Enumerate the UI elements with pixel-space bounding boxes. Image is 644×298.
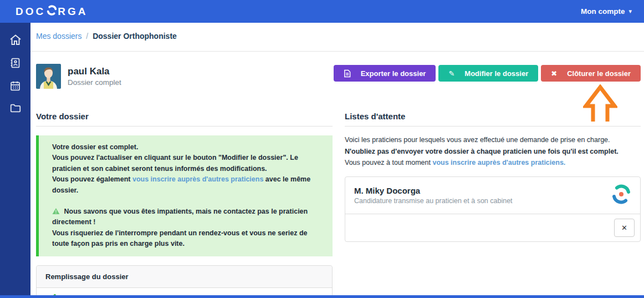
inscription-link[interactable]: vous inscrire auprès d'autres praticiens: [132, 175, 263, 183]
patient-name: paul Kala: [68, 66, 121, 77]
dossier-actions: Exporter le dossier ✎ Modifier le dossie…: [334, 65, 641, 82]
intro-line-3: Vous pouvez à tout moment vous inscrire …: [345, 157, 641, 169]
pencil-icon: ✎: [448, 69, 454, 78]
export-dossier-button[interactable]: Exporter le dossier: [334, 65, 436, 82]
breadcrumb-current: Dossier Orthophoniste: [93, 32, 177, 41]
bottom-accent-strip: [0, 295, 644, 298]
sidebar-item-contacts[interactable]: [7, 57, 24, 71]
sidebar-item-calendar[interactable]: [7, 79, 24, 94]
remplissage-panel: Remplissage du dossier Prescription: [36, 265, 333, 295]
alert-line-2: Vous pouvez l'actualiser en cliquant sur…: [52, 153, 323, 174]
sidebar-item-home[interactable]: [7, 34, 24, 48]
warning-triangle-icon: [52, 208, 64, 215]
warning-text-1: Nous savons que vous êtes impatients, ma…: [52, 208, 308, 226]
docorga-logo[interactable]: DOC RGA: [16, 5, 88, 18]
waiting-list-card: M. Miky Docorga Candidature transmise au…: [345, 176, 641, 242]
calendar-icon: [9, 80, 21, 94]
sidebar: [0, 23, 30, 295]
modify-button-label: Modifier le dossier: [464, 69, 528, 78]
listes-attente-section: Listes d'attente Voici les praticiens po…: [345, 112, 641, 242]
practitioner-status: Candidature transmise au praticien et à …: [354, 197, 513, 205]
annotation-arrow-up-icon: [583, 84, 617, 125]
export-button-label: Exporter le dossier: [361, 69, 426, 78]
listes-attente-intro: Voici les praticiens pour lesquels vous …: [345, 134, 641, 169]
header-divider: [30, 51, 644, 52]
close-x-icon: ✖: [551, 69, 557, 78]
main-content: Mes dossiers / Dossier Orthophoniste: [30, 23, 644, 295]
home-icon: [9, 33, 22, 49]
breadcrumb: Mes dossiers / Dossier Orthophoniste: [36, 31, 641, 41]
content-columns: Votre dossier Votre dossier est complet.…: [36, 112, 641, 295]
modify-dossier-button[interactable]: ✎ Modifier le dossier: [438, 65, 538, 82]
dossier-header: paul Kala Dossier complet Exporter le do…: [36, 64, 641, 89]
alert-spacer: [52, 196, 323, 206]
votre-dossier-title: Votre dossier: [36, 112, 333, 127]
waiting-card-header: M. Miky Docorga Candidature transmise au…: [345, 177, 640, 214]
close-button-label: Clôturer le dossier: [567, 69, 631, 78]
top-navigation-bar: DOC RGA Mon compte ▾: [0, 0, 644, 23]
alert-line-3: Vous pouvez également vous inscrire aupr…: [52, 174, 323, 196]
logo-text-suffix: RGA: [58, 6, 88, 18]
close-dossier-button[interactable]: ✖ Clôturer le dossier: [541, 65, 641, 82]
patient-status: Dossier complet: [68, 78, 121, 87]
logo-swirl-icon: [45, 5, 58, 18]
remplissage-panel-title: Remplissage du dossier: [37, 266, 332, 288]
votre-dossier-section: Votre dossier Votre dossier est complet.…: [36, 112, 333, 295]
patient-identity: paul Kala Dossier complet: [68, 66, 121, 87]
alert-line-1: Votre dossier est complet.: [52, 142, 323, 153]
waiting-card-footer: ✕: [345, 214, 640, 241]
address-book-icon: [9, 57, 21, 71]
practitioner-name: M. Miky Docorga: [354, 186, 513, 195]
alert-warning-line-2: Vous risqueriez de l'interrompre pendant…: [52, 228, 323, 250]
alert-line-3-prefix: Vous pouvez également: [52, 175, 132, 183]
sidebar-item-folders[interactable]: [7, 102, 24, 117]
intro-line-3-prefix: Vous pouvez à tout moment: [345, 159, 432, 166]
remove-waiting-list-button[interactable]: ✕: [614, 219, 635, 237]
breadcrumb-separator: /: [86, 32, 88, 41]
intro-line-1: Voici les praticiens pour lesquels vous …: [345, 134, 641, 146]
logo-text-prefix: DOC: [16, 6, 45, 18]
account-menu[interactable]: Mon compte ▾: [581, 7, 632, 16]
checklist-row-prescription[interactable]: Prescription: [37, 288, 332, 295]
docorga-mark-icon: [611, 184, 631, 206]
file-icon: [344, 69, 351, 78]
chevron-down-icon: ▾: [628, 8, 632, 15]
practitioner-info: M. Miky Docorga Candidature transmise au…: [354, 186, 513, 205]
breadcrumb-mes-dossiers[interactable]: Mes dossiers: [36, 32, 81, 41]
patient-summary: paul Kala Dossier complet: [36, 64, 121, 89]
dossier-complete-alert: Votre dossier est complet. Vous pouvez l…: [36, 135, 333, 256]
account-label: Mon compte: [581, 7, 625, 16]
inscription-link-2[interactable]: vous inscrire auprès d'autres praticiens…: [432, 159, 565, 166]
folder-icon: [9, 102, 22, 117]
intro-line-2: N'oubliez pas d'envoyer votre dossier à …: [345, 146, 641, 158]
avatar: [36, 64, 61, 89]
alert-warning-line-1: Nous savons que vous êtes impatients, ma…: [52, 206, 323, 228]
